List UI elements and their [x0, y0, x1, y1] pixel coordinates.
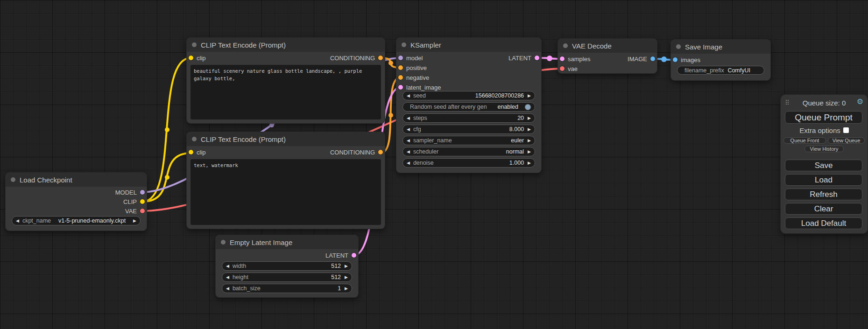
- prompt-textarea[interactable]: beautiful scenery nature glass bottle la…: [191, 65, 381, 119]
- extra-options-checkbox[interactable]: [843, 127, 849, 133]
- queue-front-button[interactable]: Queue Front: [783, 137, 826, 144]
- sampler-name-widget[interactable]: ◀ sampler_name euler ▶: [402, 136, 535, 145]
- refresh-button[interactable]: Refresh: [785, 189, 862, 200]
- view-history-button[interactable]: View History: [804, 146, 844, 152]
- widget-label: denoise: [413, 160, 434, 166]
- node-ksampler[interactable]: KSampler model LATENT positive negative …: [396, 38, 541, 173]
- collapse-dot-icon[interactable]: [676, 44, 681, 49]
- io-row: samples IMAGE: [558, 54, 657, 63]
- random-seed-toggle-widget[interactable]: Random seed after every gen enabled: [402, 102, 535, 112]
- increment-arrow-icon[interactable]: ▶: [528, 161, 531, 165]
- view-queue-button[interactable]: View Queue: [828, 137, 865, 144]
- decrement-arrow-icon[interactable]: ◀: [226, 275, 229, 280]
- node-title-bar[interactable]: CLIP Text Encode (Prompt): [187, 38, 385, 52]
- collapse-dot-icon[interactable]: [221, 240, 226, 245]
- clip-input-port[interactable]: [189, 56, 193, 60]
- increment-arrow-icon[interactable]: ▶: [528, 150, 531, 154]
- filename-prefix-widget[interactable]: filename_prefix ComfyUI: [677, 66, 764, 75]
- clip-input-port[interactable]: [189, 150, 193, 154]
- image-output-port[interactable]: [650, 56, 655, 61]
- output-row: CLIP: [6, 197, 147, 206]
- output-label: CONDITIONING: [330, 149, 375, 156]
- node-empty-latent-image[interactable]: Empty Latent Image LATENT ◀ width 512 ▶ …: [216, 235, 358, 297]
- conditioning-output-port[interactable]: [378, 56, 383, 60]
- io-row: model LATENT: [396, 53, 541, 63]
- node-title: VAE Decode: [572, 42, 612, 50]
- seed-widget[interactable]: ◀ seed 156680208700286 ▶: [402, 91, 535, 100]
- batch-size-widget[interactable]: ◀ batch_size 1 ▶: [222, 284, 352, 293]
- samples-input-port[interactable]: [560, 56, 565, 61]
- save-button[interactable]: Save: [785, 160, 862, 171]
- scheduler-widget[interactable]: ◀ scheduler normal ▶: [402, 147, 535, 156]
- decrement-arrow-icon[interactable]: ◀: [226, 287, 229, 291]
- width-widget[interactable]: ◀ width 512 ▶: [222, 261, 352, 271]
- input-label: samples: [568, 56, 590, 63]
- increment-arrow-icon[interactable]: ▶: [345, 275, 348, 280]
- height-widget[interactable]: ◀ height 512 ▶: [222, 273, 352, 282]
- node-save-image[interactable]: Save Image images filename_prefix ComfyU…: [671, 40, 770, 80]
- node-title-bar[interactable]: KSampler: [396, 38, 541, 52]
- decrement-arrow-icon[interactable]: ◀: [407, 127, 410, 132]
- node-title: Save Image: [685, 43, 722, 51]
- node-title-bar[interactable]: CLIP Text Encode (Prompt): [187, 132, 385, 146]
- model-output-port[interactable]: [140, 190, 145, 195]
- decrement-arrow-icon[interactable]: ◀: [407, 94, 410, 98]
- increment-arrow-icon[interactable]: ▶: [528, 94, 531, 98]
- toggle-dot-icon[interactable]: [525, 104, 531, 110]
- decrement-arrow-icon[interactable]: ◀: [407, 139, 410, 143]
- load-button[interactable]: Load: [785, 174, 862, 186]
- decrement-arrow-icon[interactable]: ◀: [407, 116, 410, 120]
- model-input-port[interactable]: [398, 56, 403, 60]
- decrement-arrow-icon[interactable]: ◀: [407, 150, 410, 154]
- clear-button[interactable]: Clear: [785, 203, 862, 215]
- increment-arrow-icon[interactable]: ▶: [345, 264, 348, 268]
- node-title-bar[interactable]: Load Checkpoint: [6, 173, 147, 187]
- prompt-textarea[interactable]: text, watermark: [191, 159, 381, 225]
- latent-output-port[interactable]: [535, 56, 539, 60]
- increment-arrow-icon[interactable]: ▶: [528, 116, 531, 120]
- node-clip-text-encode-positive[interactable]: CLIP Text Encode (Prompt) clip CONDITION…: [187, 38, 385, 123]
- node-title-bar[interactable]: Save Image: [671, 40, 770, 54]
- vae-input-port[interactable]: [560, 66, 565, 71]
- collapse-dot-icon[interactable]: [402, 42, 406, 47]
- link-dot: [165, 127, 169, 132]
- images-input-port[interactable]: [673, 57, 677, 62]
- io-row: positive: [396, 63, 541, 72]
- node-load-checkpoint[interactable]: Load Checkpoint MODEL CLIP VAE ◀ ckpt_na…: [6, 173, 147, 231]
- collapse-dot-icon[interactable]: [192, 42, 197, 47]
- positive-input-port[interactable]: [398, 65, 403, 70]
- node-title-bar[interactable]: VAE Decode: [558, 39, 657, 53]
- output-row: LATENT: [216, 251, 358, 260]
- cfg-widget[interactable]: ◀ cfg 8.000 ▶: [402, 125, 535, 134]
- vae-output-port[interactable]: [140, 209, 145, 213]
- increment-arrow-icon[interactable]: ▶: [133, 219, 136, 223]
- negative-input-port[interactable]: [398, 75, 403, 80]
- load-default-button[interactable]: Load Default: [785, 217, 862, 229]
- comfyui-canvas[interactable]: { "ui": { "arrow_left": "◀", "arrow_righ…: [0, 0, 868, 329]
- collapse-dot-icon[interactable]: [192, 137, 197, 141]
- widget-label: sampler_name: [413, 137, 452, 144]
- node-clip-text-encode-negative[interactable]: CLIP Text Encode (Prompt) clip CONDITION…: [187, 132, 385, 229]
- steps-widget[interactable]: ◀ steps 20 ▶: [402, 113, 535, 123]
- decrement-arrow-icon[interactable]: ◀: [226, 264, 229, 268]
- widget-value: 20: [517, 115, 524, 121]
- increment-arrow-icon[interactable]: ▶: [528, 127, 531, 132]
- increment-arrow-icon[interactable]: ▶: [528, 139, 531, 143]
- link-dot: [547, 56, 552, 61]
- queue-prompt-button[interactable]: Queue Prompt: [785, 111, 862, 124]
- node-vae-decode[interactable]: VAE Decode samples IMAGE vae: [558, 39, 657, 73]
- ckpt-name-widget[interactable]: ◀ ckpt_name v1-5-pruned-emaonly.ckpt ▶: [12, 216, 141, 225]
- decrement-arrow-icon[interactable]: ◀: [407, 161, 410, 165]
- denoise-widget[interactable]: ◀ denoise 1.000 ▶: [402, 158, 535, 168]
- collapse-dot-icon[interactable]: [11, 177, 15, 182]
- settings-gear-icon[interactable]: ⚙: [857, 98, 863, 105]
- increment-arrow-icon[interactable]: ▶: [345, 287, 348, 291]
- collapse-dot-icon[interactable]: [563, 43, 568, 48]
- latent-output-port[interactable]: [352, 253, 356, 258]
- conditioning-output-port[interactable]: [378, 150, 383, 154]
- decrement-arrow-icon[interactable]: ◀: [16, 219, 19, 223]
- node-title-bar[interactable]: Empty Latent Image: [216, 235, 358, 249]
- latent-image-input-port[interactable]: [398, 85, 403, 90]
- node-title: Load Checkpoint: [20, 176, 72, 184]
- clip-output-port[interactable]: [140, 199, 145, 204]
